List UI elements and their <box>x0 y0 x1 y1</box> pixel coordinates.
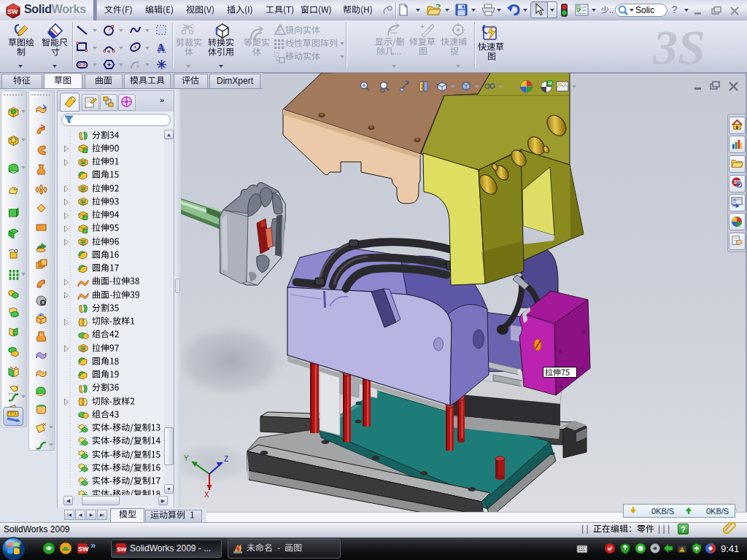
svg-text:SW: SW <box>78 545 89 553</box>
svg-text:X: X <box>204 491 209 499</box>
svg-text:Z: Z <box>224 455 228 463</box>
svg-text:SW: SW <box>117 546 127 553</box>
svg-text:Y: Y <box>184 454 189 462</box>
